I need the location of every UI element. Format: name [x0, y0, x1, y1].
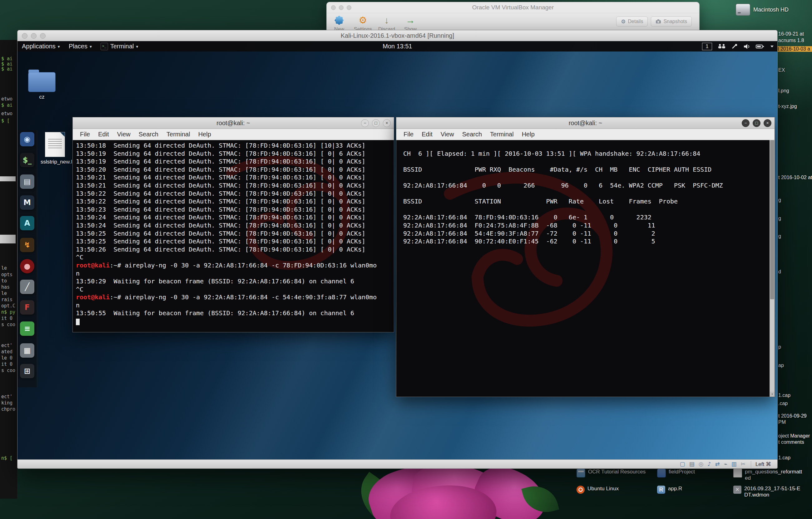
desktop-item-pm-questions-reformatted[interactable]: pm_questions_reformatted	[733, 469, 805, 481]
menu-view[interactable]: View	[437, 131, 458, 138]
terminal-body[interactable]: 13:50:18 Sending 64 directed DeAuth. STM…	[73, 140, 394, 332]
terminal-titlebar[interactable]: root@kali: ~ − □ ×	[396, 117, 775, 129]
users-icon[interactable]	[718, 44, 726, 49]
scrollbar-thumb[interactable]	[770, 140, 774, 299]
desktop-item-cz[interactable]: cz	[28, 69, 56, 100]
leafpad-icon: ≡	[24, 324, 30, 333]
menu-help[interactable]: Help	[518, 131, 539, 138]
usb-status-icon[interactable]: ⌁	[724, 460, 727, 468]
dock-item-faraday[interactable]: F	[20, 300, 34, 314]
terminal-line: ^C	[76, 253, 391, 262]
details-label: Details	[628, 19, 643, 24]
dock-item-leafpad[interactable]: ≡	[20, 322, 34, 336]
dock-item-armitage[interactable]: A	[20, 216, 34, 230]
terminal-window-aireplay[interactable]: root@kali: ~ − □ × FileEditViewSearchTer…	[72, 117, 394, 332]
terminal-title: root@kali: ~	[73, 117, 394, 129]
details-button[interactable]: ⚙ Details	[616, 17, 648, 27]
dock-item-terminal[interactable]: $_	[20, 153, 34, 167]
terminal-line	[400, 190, 772, 198]
menu-edit[interactable]: Edit	[94, 131, 113, 138]
system-menu-caret-icon[interactable]	[770, 45, 774, 48]
terminal-icon	[100, 43, 108, 50]
minimize-button[interactable]	[31, 33, 36, 39]
vm-titlebar[interactable]: Kali-Linux-2016.1-vbox-amd64 [Running]	[18, 30, 777, 41]
minimize-button[interactable]: −	[742, 119, 750, 127]
dock-item-beef[interactable]: ●	[20, 259, 34, 273]
desktop-item-2016-09-23-17-51-15-edt-wdmon[interactable]: 2016.09.23_17-51-15-EDT.wdmon	[733, 486, 805, 498]
menu-terminal[interactable]: Terminal	[486, 131, 518, 138]
scroll-down-arrow-icon[interactable]: ▾	[770, 392, 775, 397]
workspace-indicator[interactable]: 1	[702, 43, 712, 50]
optical-disk-status-icon[interactable]: ◎	[699, 460, 704, 468]
terminal-line: 13:50:19 Sending 64 directed DeAuth. STM…	[76, 150, 391, 158]
terminal-line: ^C	[76, 285, 391, 294]
mac-desktop: $ ai$ ai$ aietwo$ aietwo$ [leoptstohasle…	[0, 0, 812, 519]
display-status-icon[interactable]: ▢	[680, 460, 685, 468]
dock-item-files[interactable]: ▤	[20, 175, 34, 189]
desktop-item-sslstrip[interactable]: sslstrip_new.l	[40, 132, 69, 165]
zoom-button[interactable]	[347, 5, 351, 10]
dock-item-show-applications[interactable]: ⊞	[20, 364, 34, 378]
vm-window-controls[interactable]	[22, 33, 46, 39]
terminal-titlebar[interactable]: root@kali: ~ − □ ×	[73, 117, 394, 129]
terminal-line: 92:2A:A8:17:66:84 0 0 266 96 0 6 54e. WP…	[400, 182, 772, 190]
menu-search[interactable]: Search	[458, 131, 486, 138]
dock-item-metasploit[interactable]: M	[20, 195, 34, 210]
menu-file[interactable]: File	[76, 131, 94, 138]
audio-status-icon[interactable]: ♪	[707, 460, 711, 468]
input-source-icon[interactable]	[731, 44, 738, 49]
minimize-button[interactable]	[339, 5, 344, 10]
applications-menu[interactable]: Applications ▾	[18, 41, 64, 52]
terminal-line: root@kali:~# aireplay-ng -0 30 -a 92:2A:…	[76, 262, 391, 270]
menu-search[interactable]: Search	[135, 131, 163, 138]
desktop-item-ocr-tutorial-resources[interactable]: OCR Tutorial Resources	[577, 469, 648, 478]
close-button[interactable]: ×	[383, 119, 391, 127]
close-button[interactable]: ×	[763, 119, 772, 127]
terminal-line: 13:50:22 Sending 64 directed DeAuth. STM…	[76, 197, 391, 206]
clipboard-status-icon[interactable]: ✂	[741, 460, 746, 468]
faraday-icon: F	[25, 303, 30, 312]
dock-item-burpsuite[interactable]: ↯	[20, 238, 34, 252]
desktop-item-app-r[interactable]: app.R	[657, 486, 729, 494]
maximize-button[interactable]: □	[372, 119, 380, 127]
dock-item-utility[interactable]: ▦	[20, 343, 34, 358]
prompt-root-kali: root@kali	[76, 293, 110, 301]
terminal-window-airodump[interactable]: root@kali: ~ − □ × FileEditViewSearchTer…	[396, 117, 775, 397]
hard-disk-status-icon[interactable]: ▤	[689, 460, 695, 468]
desktop-item-macintosh-hd[interactable]: Macintosh HD	[736, 4, 789, 16]
menu-terminal[interactable]: Terminal	[163, 131, 194, 138]
network-status-icon[interactable]: ⇄	[715, 460, 720, 468]
terminal-menubar: FileEditViewSearchTerminalHelp	[396, 129, 775, 140]
places-menu[interactable]: Places ▾	[64, 41, 96, 52]
shared-folders-status-icon[interactable]: ▥	[731, 460, 737, 468]
terminal-line: 13:50:25 Sending 64 directed DeAuth. STM…	[76, 230, 391, 238]
close-button[interactable]	[331, 5, 336, 10]
zoom-button[interactable]	[40, 33, 46, 39]
menu-file[interactable]: File	[400, 131, 417, 138]
terminal-appmenu[interactable]: Terminal ▾	[96, 41, 143, 52]
desktop-item-label: app.R	[668, 486, 682, 492]
menu-help[interactable]: Help	[194, 131, 215, 138]
menu-view[interactable]: View	[113, 131, 135, 138]
minimize-button[interactable]: −	[361, 119, 369, 127]
doc-icon	[733, 469, 742, 478]
scrollbar[interactable]: ▾	[770, 140, 775, 397]
desktop-item-fieldproject[interactable]: fieldProject	[657, 469, 729, 478]
dock-item-tool[interactable]: ╱	[20, 280, 34, 294]
menu-edit[interactable]: Edit	[417, 131, 436, 138]
maximize-button[interactable]: □	[753, 119, 760, 127]
volume-icon[interactable]	[743, 43, 750, 50]
snapshots-button[interactable]: Snapshots	[651, 17, 692, 27]
battery-icon[interactable]	[756, 44, 764, 49]
vm-window[interactable]: Kali-Linux-2016.1-vbox-amd64 [Running] A…	[17, 30, 778, 469]
close-button[interactable]	[22, 33, 28, 39]
terminal-line: 13:50:24 Sending 64 directed DeAuth. STM…	[76, 221, 391, 230]
terminal-line	[400, 174, 772, 182]
terminal-body[interactable]: CH 6 ][ Elapsed: 1 min ][ 2016-10-03 13:…	[396, 140, 775, 397]
dock-item-iceweasel[interactable]: ◉	[20, 132, 34, 146]
manager-window-controls[interactable]	[331, 5, 351, 10]
terminal-icon: $_	[23, 156, 32, 164]
terminal-line	[400, 142, 772, 150]
desktop-item-label: cz	[28, 94, 56, 100]
desktop-item-ubuntu-linux[interactable]: Ubuntu Linux	[577, 486, 648, 494]
